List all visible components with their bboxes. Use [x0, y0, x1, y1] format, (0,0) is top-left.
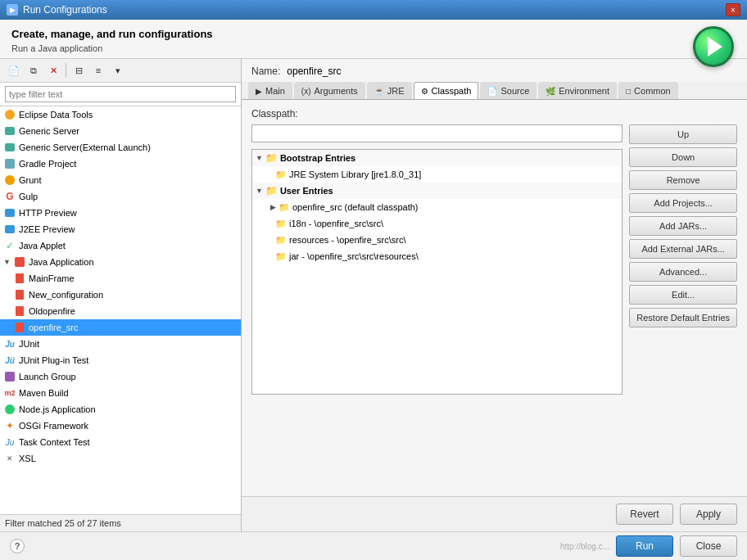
jre-tab-icon: ☕: [374, 87, 384, 96]
tree-item-grunt[interactable]: Grunt: [0, 172, 241, 188]
tree-item-junit-plugin[interactable]: Jü JUnit Plug-in Test: [0, 352, 241, 368]
grunt-icon: [3, 174, 16, 187]
tree-item-osgi[interactable]: ✦ OSGi Framework: [0, 418, 241, 434]
i18n-cp-label: i18n - \openfire_src\src\: [289, 219, 383, 228]
close-window-button[interactable]: ×: [726, 3, 740, 16]
new-config-button[interactable]: 📄: [5, 62, 23, 79]
revert-button[interactable]: Revert: [616, 504, 673, 525]
openfire-src-icon: [13, 321, 26, 334]
run-button-large[interactable]: [693, 26, 734, 67]
tree-item-junit[interactable]: Ju JUnit: [0, 336, 241, 352]
gulp-icon: G: [3, 190, 16, 203]
toolbar-divider-1: [66, 63, 66, 78]
help-button[interactable]: ?: [10, 539, 25, 553]
tree-item-maven[interactable]: m2 Maven Build: [0, 385, 241, 401]
jar-cp-label: jar - \openfire_src\src\resources\: [289, 251, 419, 261]
source-tab-icon: 📄: [487, 87, 497, 96]
tree-item-mainframe[interactable]: MainFrame: [0, 270, 241, 287]
java-applet-icon: ✓: [3, 239, 16, 252]
tree-item-oldopenfire[interactable]: Oldopenfire: [0, 303, 241, 319]
resources-cp-item[interactable]: 📁 resources - \openfire_src\src\: [252, 232, 622, 248]
classpath-tab-content: Classpath: ▼ 📁 Bootstrap Entries: [242, 100, 747, 496]
right-panel: Name: openfire_src ▶ Main (x) Arguments …: [242, 59, 747, 531]
tree-item-generic-server-ext[interactable]: Generic Server(External Launch): [0, 139, 241, 156]
collapse-button[interactable]: ≡: [89, 62, 107, 79]
openfire-src-cp-item[interactable]: ▶ 📁 openfire_src (default classpath): [252, 199, 622, 215]
jar-cp-item[interactable]: 📁 jar - \openfire_src\src\resources\: [252, 248, 622, 264]
tree-item-java-applet[interactable]: ✓ Java Applet: [0, 237, 241, 254]
generic-server-label: Generic Server: [19, 126, 79, 136]
tree-item-launch-group[interactable]: Launch Group: [0, 368, 241, 385]
tab-environment[interactable]: 🌿 Environment: [538, 82, 617, 99]
restore-default-button[interactable]: Restore Default Entries: [629, 308, 737, 327]
resources-folder-icon: 📁: [275, 235, 287, 246]
delete-button[interactable]: ✕: [44, 62, 62, 79]
tree-item-xsl[interactable]: ✕ XSL: [0, 450, 241, 467]
add-external-jars-button[interactable]: Add External JARs...: [629, 239, 737, 259]
classpath-search-input[interactable]: [251, 124, 622, 142]
tab-jre[interactable]: ☕ JRE: [367, 82, 412, 99]
up-button[interactable]: Up: [629, 124, 737, 144]
jre-folder-icon: 📁: [275, 169, 287, 180]
tab-classpath[interactable]: ⚙ Classpath: [414, 82, 479, 99]
right-buttons-panel: Up Down Remove Add Projects... Add JARs.…: [622, 124, 737, 488]
run-button[interactable]: Run: [616, 535, 673, 557]
jar-folder-icon: 📁: [275, 251, 287, 262]
classpath-tree[interactable]: ▼ 📁 Bootstrap Entries 📁 JRE System Libra…: [251, 149, 622, 395]
add-jars-button[interactable]: Add JARs...: [629, 216, 737, 236]
tree-item-generic-server[interactable]: Generic Server: [0, 123, 241, 139]
menu-button[interactable]: ▾: [109, 62, 127, 79]
tree-item-gradle[interactable]: Gradle Project: [0, 156, 241, 172]
bootstrap-entries-group[interactable]: ▼ 📁 Bootstrap Entries: [252, 150, 622, 166]
tree-item-nodejs[interactable]: Node.js Application: [0, 401, 241, 418]
left-panel: 📄 ⧉ ✕ ⊟ ≡ ▾ Eclipse Da: [0, 59, 242, 531]
tree-item-task[interactable]: Ju Task Context Test: [0, 434, 241, 450]
tab-source[interactable]: 📄 Source: [480, 82, 536, 99]
tree-item-gulp[interactable]: G Gulp: [0, 188, 241, 205]
tree-item-java-app[interactable]: ▼ Java Application: [0, 254, 241, 270]
down-button[interactable]: Down: [629, 147, 737, 167]
generic-server-ext-icon: [3, 141, 16, 154]
advanced-button[interactable]: Advanced...: [629, 262, 737, 282]
openfire-src-cp-label: openfire_src (default classpath): [292, 202, 418, 212]
nodejs-icon: [3, 403, 16, 416]
environment-tab-icon: 🌿: [546, 87, 555, 96]
tree-item-j2ee[interactable]: J2EE Preview: [0, 221, 241, 237]
tree-container[interactable]: Eclipse Data Tools Generic Server Generi…: [0, 106, 241, 514]
edit-button[interactable]: Edit...: [629, 285, 737, 305]
filter-input-container: [0, 83, 241, 106]
user-entries-label: User Entries: [280, 186, 333, 196]
close-button[interactable]: Close: [680, 535, 737, 557]
menu-dropdown[interactable]: ▾: [109, 62, 127, 79]
filter-input[interactable]: [5, 86, 236, 102]
generic-server-ext-label: Generic Server(External Launch): [19, 142, 151, 152]
tab-arguments-label: Arguments: [315, 86, 358, 96]
user-entries-group[interactable]: ▼ 📁 User Entries: [252, 183, 622, 199]
i18n-cp-item[interactable]: 📁 i18n - \openfire_src\src\: [252, 215, 622, 232]
osgi-label: OSGi Framework: [19, 421, 88, 431]
common-tab-icon: □: [626, 87, 631, 96]
resources-cp-label: resources - \openfire_src\src\: [289, 235, 405, 245]
tree-item-http[interactable]: HTTP Preview: [0, 205, 241, 221]
tree-item-eclipse-data[interactable]: Eclipse Data Tools: [0, 106, 241, 123]
name-label: Name:: [251, 65, 280, 77]
filter-button[interactable]: ⊟: [70, 62, 88, 79]
java-app-icon: [13, 255, 26, 269]
grunt-label: Grunt: [19, 175, 42, 185]
tab-main[interactable]: ▶ Main: [248, 82, 292, 99]
add-projects-button[interactable]: Add Projects...: [629, 193, 737, 213]
tree-item-new-config[interactable]: New_configuration: [0, 287, 241, 303]
jre-system-lib-item[interactable]: 📁 JRE System Library [jre1.8.0_31]: [252, 166, 622, 183]
gradle-label: Gradle Project: [19, 159, 76, 169]
tabs-container: ▶ Main (x) Arguments ☕ JRE ⚙ Classpath 📄: [242, 82, 747, 100]
tree-item-openfire-src[interactable]: openfire_src: [0, 319, 241, 336]
tab-arguments[interactable]: (x) Arguments: [294, 82, 365, 99]
eclipse-data-icon: [3, 108, 16, 121]
task-label: Task Context Test: [19, 437, 90, 447]
tab-common[interactable]: □ Common: [618, 82, 678, 99]
remove-button[interactable]: Remove: [629, 170, 737, 190]
junit-icon: Ju: [3, 337, 16, 350]
java-app-label: Java Application: [29, 257, 94, 267]
apply-button[interactable]: Apply: [680, 504, 737, 525]
duplicate-button[interactable]: ⧉: [25, 62, 43, 79]
